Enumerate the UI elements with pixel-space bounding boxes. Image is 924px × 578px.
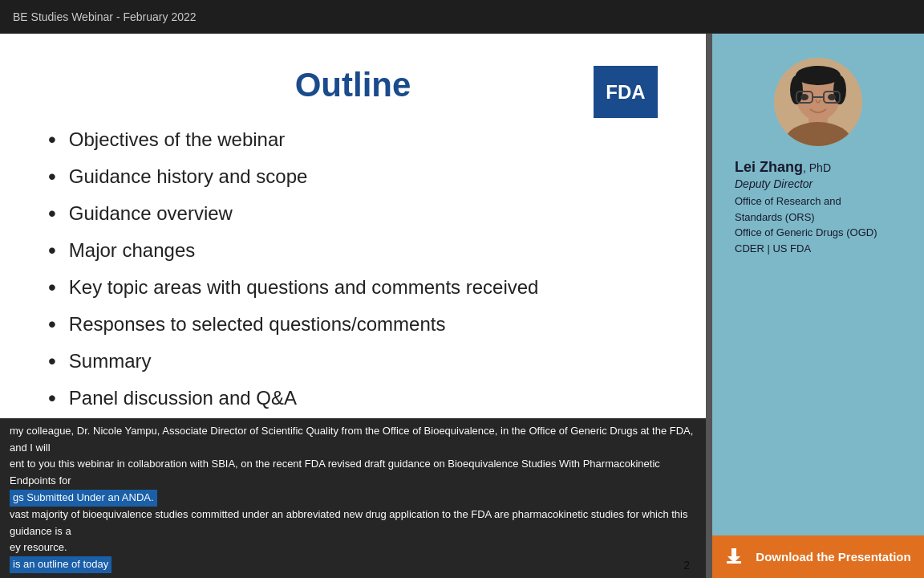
avatar [774, 58, 862, 146]
list-item: Summary [48, 350, 658, 372]
download-label: Download the Presentation [756, 550, 910, 564]
speaker-card: Lei Zhang, PhD Deputy Director Office of… [712, 34, 924, 272]
caption-line-1: my colleague, Dr. Nicole Yampu, Associat… [10, 423, 696, 457]
list-item: Panel discussion and Q&A [48, 387, 658, 409]
svg-point-4 [796, 66, 841, 85]
speaker-info: Lei Zhang, PhD Deputy Director Office of… [728, 159, 877, 256]
fda-logo-text: FDA [606, 81, 645, 104]
download-arrow-icon [725, 547, 743, 567]
top-bar-title: BE Studies Webinar - February 2022 [13, 10, 197, 23]
speaker-name: Lei Zhang [735, 159, 803, 175]
caption-line-5: ey resource. [10, 539, 696, 556]
list-item: Guidance overview [48, 202, 658, 225]
caption-line-6: is an outline of today [10, 556, 111, 573]
top-bar: BE Studies Webinar - February 2022 [0, 0, 924, 34]
speaker-title: Deputy Director [735, 177, 877, 190]
svg-point-10 [800, 94, 808, 100]
speaker-org: Office of Research and Standards (ORS) O… [735, 193, 877, 256]
caption-line-4: vast majority of bioequivalence studies … [10, 507, 696, 540]
svg-rect-12 [732, 548, 736, 556]
main-area: FDA Outline Objectives of the webinar Gu… [0, 34, 924, 578]
list-item: Responses to selected questions/comments [48, 313, 658, 336]
speaker-name-line: Lei Zhang, PhD [735, 159, 877, 176]
speaker-degree: , PhD [803, 161, 831, 174]
list-item: Guidance history and scope [48, 165, 658, 188]
list-item: Major changes [48, 239, 658, 262]
spacer [712, 272, 924, 535]
caption-line-3: gs Submitted Under an ANDA. [10, 490, 157, 507]
svg-rect-14 [727, 561, 741, 564]
list-item: Objectives of the webinar [48, 128, 658, 151]
right-panel: Lei Zhang, PhD Deputy Director Office of… [712, 34, 924, 578]
caption-area: my colleague, Dr. Nicole Yampu, Associat… [0, 418, 706, 578]
svg-point-11 [828, 94, 836, 100]
bullet-list: Objectives of the webinar Guidance histo… [48, 128, 658, 409]
fda-logo: FDA [594, 66, 658, 118]
list-item: Key topic areas with questions and comme… [48, 276, 658, 299]
caption-line-2: ent to you this webinar in collaboration… [10, 456, 696, 490]
download-button[interactable]: Download the Presentation [712, 535, 924, 578]
slide-area: FDA Outline Objectives of the webinar Gu… [0, 34, 706, 578]
slide-title: Outline [48, 66, 658, 104]
panel-divider [706, 34, 712, 578]
